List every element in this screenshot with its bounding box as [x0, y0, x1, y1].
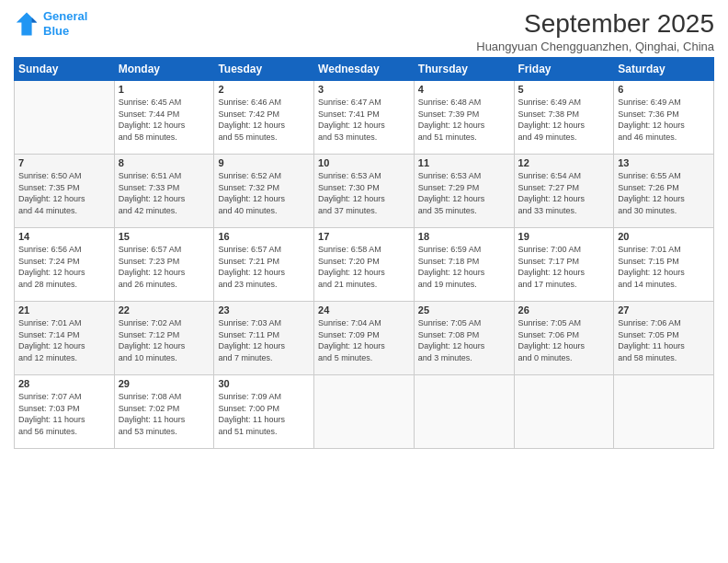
day-number: 3 — [318, 84, 410, 95]
logo: General Blue — [14, 9, 87, 38]
calendar-cell: 3Sunrise: 6:47 AM Sunset: 7:41 PM Daylig… — [314, 81, 415, 155]
calendar-cell: 10Sunrise: 6:53 AM Sunset: 7:30 PM Dayli… — [314, 155, 415, 228]
calendar-cell: 8Sunrise: 6:51 AM Sunset: 7:33 PM Daylig… — [114, 155, 214, 228]
day-number: 19 — [518, 231, 610, 242]
calendar-cell: 27Sunrise: 7:06 AM Sunset: 7:05 PM Dayli… — [614, 302, 714, 375]
day-info: Sunrise: 7:05 AM Sunset: 7:06 PM Dayligh… — [518, 317, 610, 363]
day-info: Sunrise: 6:49 AM Sunset: 7:38 PM Dayligh… — [518, 97, 610, 143]
day-info: Sunrise: 6:58 AM Sunset: 7:20 PM Dayligh… — [318, 244, 410, 290]
calendar-cell — [514, 375, 614, 449]
day-number: 27 — [618, 304, 710, 316]
calendar-cell: 19Sunrise: 7:00 AM Sunset: 7:17 PM Dayli… — [514, 228, 614, 302]
calendar-cell — [414, 375, 514, 449]
subtitle: Huangyuan Chengguanzhen, Qinghai, China — [476, 40, 714, 53]
calendar-cell: 28Sunrise: 7:07 AM Sunset: 7:03 PM Dayli… — [15, 375, 115, 449]
calendar-cell: 25Sunrise: 7:05 AM Sunset: 7:08 PM Dayli… — [414, 302, 514, 375]
day-info: Sunrise: 6:57 AM Sunset: 7:23 PM Dayligh… — [119, 244, 210, 290]
header-saturday: Saturday — [614, 58, 714, 81]
month-title: September 2025 — [476, 9, 714, 39]
day-number: 23 — [218, 304, 310, 316]
calendar-header-row: SundayMondayTuesdayWednesdayThursdayFrid… — [15, 58, 714, 81]
calendar-week-2: 7Sunrise: 6:50 AM Sunset: 7:35 PM Daylig… — [15, 155, 714, 228]
header-tuesday: Tuesday — [214, 58, 314, 81]
day-number: 2 — [218, 84, 310, 95]
calendar-week-3: 14Sunrise: 6:56 AM Sunset: 7:24 PM Dayli… — [15, 228, 714, 302]
calendar-cell — [314, 375, 415, 449]
day-info: Sunrise: 7:08 AM Sunset: 7:02 PM Dayligh… — [119, 391, 210, 437]
day-info: Sunrise: 7:01 AM Sunset: 7:15 PM Dayligh… — [618, 244, 710, 290]
calendar-cell: 26Sunrise: 7:05 AM Sunset: 7:06 PM Dayli… — [514, 302, 614, 375]
svg-marker-0 — [17, 12, 37, 35]
day-info: Sunrise: 6:48 AM Sunset: 7:39 PM Dayligh… — [418, 97, 510, 143]
calendar-cell — [15, 81, 115, 155]
calendar-cell — [614, 375, 714, 449]
day-number: 4 — [418, 84, 510, 95]
day-number: 9 — [218, 157, 310, 168]
day-info: Sunrise: 6:53 AM Sunset: 7:30 PM Dayligh… — [318, 170, 410, 216]
calendar-cell: 23Sunrise: 7:03 AM Sunset: 7:11 PM Dayli… — [214, 302, 314, 375]
header: General Blue September 2025 Huangyuan Ch… — [14, 9, 714, 53]
calendar-week-4: 21Sunrise: 7:01 AM Sunset: 7:14 PM Dayli… — [15, 302, 714, 375]
day-info: Sunrise: 6:56 AM Sunset: 7:24 PM Dayligh… — [18, 244, 110, 290]
day-info: Sunrise: 7:06 AM Sunset: 7:05 PM Dayligh… — [618, 317, 710, 363]
day-number: 1 — [119, 84, 210, 95]
day-number: 26 — [518, 304, 610, 316]
calendar-cell: 12Sunrise: 6:54 AM Sunset: 7:27 PM Dayli… — [514, 155, 614, 228]
day-info: Sunrise: 6:51 AM Sunset: 7:33 PM Dayligh… — [119, 170, 210, 216]
header-wednesday: Wednesday — [314, 58, 415, 81]
calendar-week-1: 1Sunrise: 6:45 AM Sunset: 7:44 PM Daylig… — [15, 81, 714, 155]
logo-line2: Blue — [43, 24, 69, 38]
day-number: 14 — [18, 231, 110, 242]
svg-marker-1 — [32, 17, 38, 23]
day-number: 11 — [418, 157, 510, 168]
title-section: September 2025 Huangyuan Chengguanzhen, … — [476, 9, 714, 53]
day-info: Sunrise: 6:50 AM Sunset: 7:35 PM Dayligh… — [18, 170, 110, 216]
calendar-cell: 11Sunrise: 6:53 AM Sunset: 7:29 PM Dayli… — [414, 155, 514, 228]
header-monday: Monday — [114, 58, 214, 81]
calendar-cell: 5Sunrise: 6:49 AM Sunset: 7:38 PM Daylig… — [514, 81, 614, 155]
logo-icon — [14, 11, 40, 37]
calendar-cell: 18Sunrise: 6:59 AM Sunset: 7:18 PM Dayli… — [414, 228, 514, 302]
day-number: 21 — [18, 304, 110, 316]
day-number: 25 — [418, 304, 510, 316]
calendar-cell: 9Sunrise: 6:52 AM Sunset: 7:32 PM Daylig… — [214, 155, 314, 228]
day-info: Sunrise: 6:57 AM Sunset: 7:21 PM Dayligh… — [218, 244, 310, 290]
day-number: 5 — [518, 84, 610, 95]
calendar-cell: 17Sunrise: 6:58 AM Sunset: 7:20 PM Dayli… — [314, 228, 415, 302]
day-info: Sunrise: 6:59 AM Sunset: 7:18 PM Dayligh… — [418, 244, 510, 290]
day-number: 6 — [618, 84, 710, 95]
calendar-cell: 20Sunrise: 7:01 AM Sunset: 7:15 PM Dayli… — [614, 228, 714, 302]
header-friday: Friday — [514, 58, 614, 81]
day-number: 8 — [119, 157, 210, 168]
day-info: Sunrise: 6:47 AM Sunset: 7:41 PM Dayligh… — [318, 97, 410, 143]
day-number: 24 — [318, 304, 410, 316]
day-number: 16 — [218, 231, 310, 242]
day-info: Sunrise: 7:02 AM Sunset: 7:12 PM Dayligh… — [119, 317, 210, 363]
calendar-cell: 16Sunrise: 6:57 AM Sunset: 7:21 PM Dayli… — [214, 228, 314, 302]
calendar-cell: 29Sunrise: 7:08 AM Sunset: 7:02 PM Dayli… — [114, 375, 214, 449]
day-number: 20 — [618, 231, 710, 242]
logo-line1: General — [43, 9, 87, 23]
day-number: 7 — [18, 157, 110, 168]
day-info: Sunrise: 6:55 AM Sunset: 7:26 PM Dayligh… — [618, 170, 710, 216]
header-thursday: Thursday — [414, 58, 514, 81]
day-info: Sunrise: 7:05 AM Sunset: 7:08 PM Dayligh… — [418, 317, 510, 363]
day-info: Sunrise: 7:01 AM Sunset: 7:14 PM Dayligh… — [18, 317, 110, 363]
calendar-cell: 2Sunrise: 6:46 AM Sunset: 7:42 PM Daylig… — [214, 81, 314, 155]
calendar-cell: 21Sunrise: 7:01 AM Sunset: 7:14 PM Dayli… — [15, 302, 115, 375]
calendar-cell: 30Sunrise: 7:09 AM Sunset: 7:00 PM Dayli… — [214, 375, 314, 449]
day-info: Sunrise: 7:07 AM Sunset: 7:03 PM Dayligh… — [18, 391, 110, 437]
page: General Blue September 2025 Huangyuan Ch… — [0, 0, 728, 563]
day-number: 10 — [318, 157, 410, 168]
day-info: Sunrise: 6:45 AM Sunset: 7:44 PM Dayligh… — [119, 97, 210, 143]
calendar-cell: 14Sunrise: 6:56 AM Sunset: 7:24 PM Dayli… — [15, 228, 115, 302]
day-number: 28 — [18, 378, 110, 389]
calendar-cell: 13Sunrise: 6:55 AM Sunset: 7:26 PM Dayli… — [614, 155, 714, 228]
day-number: 29 — [119, 378, 210, 389]
day-info: Sunrise: 7:00 AM Sunset: 7:17 PM Dayligh… — [518, 244, 610, 290]
calendar-cell: 24Sunrise: 7:04 AM Sunset: 7:09 PM Dayli… — [314, 302, 415, 375]
calendar-cell: 22Sunrise: 7:02 AM Sunset: 7:12 PM Dayli… — [114, 302, 214, 375]
day-number: 17 — [318, 231, 410, 242]
calendar: SundayMondayTuesdayWednesdayThursdayFrid… — [14, 57, 714, 449]
calendar-cell: 1Sunrise: 6:45 AM Sunset: 7:44 PM Daylig… — [114, 81, 214, 155]
